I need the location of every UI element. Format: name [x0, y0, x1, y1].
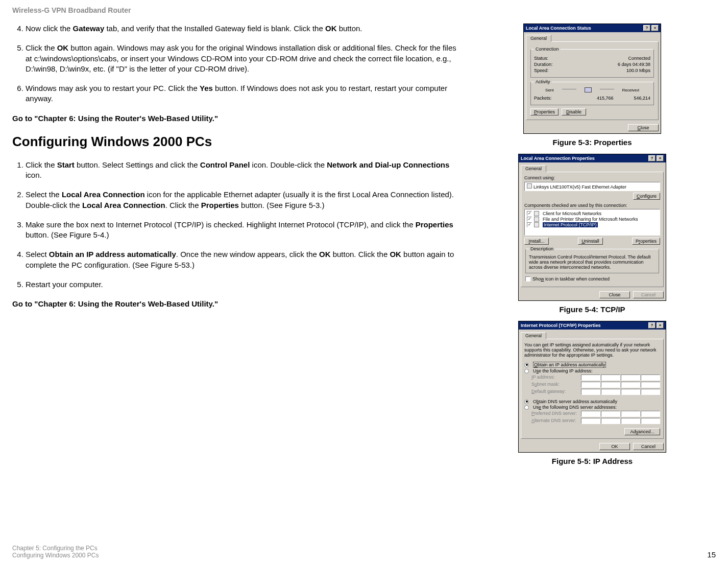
adapter-icon — [527, 183, 532, 189]
components-list[interactable]: ✓Client for Microsoft Networks ✓File and… — [524, 209, 660, 236]
packets-sent: 415,766 — [597, 96, 614, 101]
titlebar[interactable]: Internet Protocol (TCP/IP) Properties ? … — [519, 321, 666, 330]
properties-button[interactable]: Properties — [632, 238, 660, 245]
cancel-button: Cancel — [633, 291, 664, 298]
client-icon — [534, 211, 539, 216]
group-connection-title: Connection — [534, 46, 561, 52]
group-description: Description Transmission Control Protoco… — [525, 249, 659, 273]
s2-step-5: Restart your computer. — [26, 279, 462, 290]
obtain-ip-label: Obtain an IP address automatically — [533, 362, 606, 368]
tab-general[interactable]: General — [521, 165, 546, 172]
cancel-button[interactable]: Cancel — [633, 443, 664, 450]
packets-recv: 546,214 — [634, 96, 650, 101]
adapter-name: Linksys LNE100TX(v5) Fast Ethernet Adapt… — [533, 184, 626, 190]
ip-input — [581, 374, 600, 381]
radio-use-dns[interactable] — [524, 405, 529, 410]
page-footer: Chapter 5: Configuring the PCs Configuri… — [12, 545, 716, 559]
s2-step-3: Make sure the box next to Internet Proto… — [26, 220, 462, 241]
file-share-icon — [534, 217, 539, 222]
checkbox-icon[interactable]: ✓ — [527, 222, 532, 227]
s2-step-4: Select Obtain an IP address automaticall… — [26, 249, 462, 270]
comp-tcpip[interactable]: Internet Protocol (TCP/IP) — [543, 222, 598, 227]
tab-general[interactable]: General — [526, 35, 551, 42]
line-icon — [562, 89, 576, 89]
figure-5-5-caption: Figure 5-5: IP Address — [552, 457, 633, 465]
body-text-column: Now click the Gateway tab, and verify th… — [12, 24, 462, 473]
obtain-dns-label: Obtain DNS server address automatically — [533, 399, 617, 404]
use-dns-label: Use the following DNS server addresses: — [533, 405, 617, 410]
use-ip-label: Use the following IP address: — [533, 368, 592, 373]
s2-step-1: Click the Start button. Select Settings … — [26, 160, 462, 181]
figure-5-3-caption: Figure 5-3: Properties — [552, 138, 632, 147]
numbered-list-first: Now click the Gateway tab, and verify th… — [12, 24, 462, 104]
dialog-title: Local Area Connection Status — [526, 26, 591, 31]
comp-client: Client for Microsoft Networks — [543, 211, 601, 216]
step-6: Windows may ask you to restart your PC. … — [26, 83, 462, 104]
status-label: Status: — [534, 56, 548, 61]
titlebar[interactable]: Local Area Connection Properties ? × — [519, 154, 666, 162]
intro-text: You can get IP settings assigned automat… — [524, 342, 660, 358]
computer-icon — [585, 87, 592, 92]
figure-column: Local Area Connection Status ? × General… — [480, 24, 705, 473]
install-button[interactable]: Install... — [524, 238, 549, 245]
duration-value: 6 days 04:49:38 — [618, 62, 650, 67]
group-activity: Activity Sent Received Packets: 415,766 … — [530, 82, 654, 105]
speed-value: 100.0 Mbps — [626, 68, 650, 73]
line-icon — [600, 89, 614, 89]
properties-button[interactable]: Properties — [530, 108, 559, 115]
main-columns: Now click the Gateway tab, and verify th… — [12, 24, 716, 473]
description-text: Transmission Control Protocol/Internet P… — [529, 254, 656, 270]
ip-address-label: IP address: — [531, 374, 554, 381]
titlebar[interactable]: Local Area Connection Status ? × — [524, 24, 661, 32]
goto-link-2: Go to "Chapter 6: Using the Router's Web… — [12, 299, 462, 309]
group-connection: Connection Status:Connected Duration:6 d… — [530, 49, 654, 78]
dialog-title: Internet Protocol (TCP/IP) Properties — [521, 323, 601, 328]
tab-general[interactable]: General — [521, 332, 546, 339]
gateway-label: Default gateway: — [531, 389, 566, 395]
radio-obtain-dns[interactable] — [524, 400, 529, 404]
help-icon[interactable]: ? — [643, 25, 650, 31]
figure-5-4-caption: Figure 5-4: TCP/IP — [559, 305, 625, 314]
page-number: 15 — [707, 550, 716, 559]
close-button[interactable]: Close — [628, 124, 659, 131]
checkbox-icon[interactable]: ✓ — [527, 217, 532, 222]
help-icon[interactable]: ? — [648, 322, 656, 329]
show-icon-label: Show icon in taskbar when connected — [532, 276, 610, 281]
adapter-field: Linksys LNE100TX(v5) Fast Ethernet Adapt… — [524, 182, 660, 191]
section-heading: Configuring Windows 2000 PCs — [12, 133, 462, 151]
close-icon[interactable]: × — [651, 25, 659, 31]
step-4: Now click the Gateway tab, and verify th… — [26, 24, 462, 34]
radio-use-ip[interactable] — [524, 369, 529, 373]
advanced-button[interactable]: Advanced... — [624, 428, 660, 435]
disable-button[interactable]: Disable — [562, 108, 586, 115]
radio-obtain-ip[interactable] — [524, 363, 529, 367]
subnet-label: Subnet mask: — [531, 382, 560, 388]
help-icon[interactable]: ? — [648, 155, 656, 161]
packets-label: Packets: — [534, 96, 552, 101]
close-icon[interactable]: × — [657, 322, 664, 329]
sent-label: Sent — [545, 88, 553, 92]
dialog-title: Local Area Connection Properties — [521, 156, 595, 161]
checkbox-icon[interactable] — [525, 276, 530, 281]
s2-step-2: Select the Local Area Connection icon fo… — [26, 190, 462, 210]
close-button[interactable]: Close — [599, 291, 630, 298]
step-5: Click the OK button again. Windows may a… — [26, 43, 462, 74]
uninstall-button[interactable]: Uninstall — [578, 238, 603, 245]
ok-button[interactable]: OK — [599, 443, 630, 450]
goto-link-1: Go to "Chapter 6: Using the Router's Web… — [12, 113, 462, 124]
components-label: Components checked are used by this conn… — [524, 203, 660, 208]
dialog-connection-properties: Local Area Connection Properties ? × Gen… — [518, 154, 666, 301]
footer-line-1: Chapter 5: Configuring the PCs — [12, 545, 99, 552]
dialog-tcpip-properties: Internet Protocol (TCP/IP) Properties ? … — [518, 321, 666, 453]
speed-label: Speed: — [534, 68, 549, 73]
configure-button[interactable]: Configure — [633, 193, 660, 200]
running-header: Wireless-G VPN Broadband Router — [12, 6, 716, 14]
checkbox-icon[interactable]: ✓ — [527, 211, 532, 216]
group-activity-title: Activity — [534, 79, 552, 84]
footer-line-2: Configuring Windows 2000 PCs — [12, 552, 99, 559]
status-value: Connected — [628, 56, 650, 61]
pref-dns-label: Preferred DNS server: — [531, 411, 577, 417]
close-icon[interactable]: × — [657, 155, 664, 161]
numbered-list-second: Click the Start button. Select Settings … — [12, 160, 462, 290]
connect-using-label: Connect using: — [524, 175, 660, 180]
